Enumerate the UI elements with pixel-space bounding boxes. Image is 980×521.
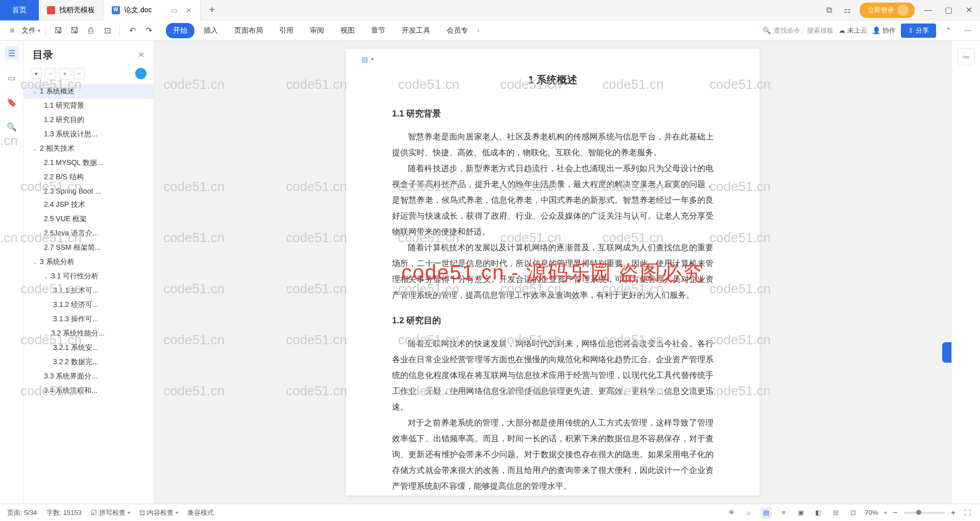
view-page-icon[interactable]: ▤ [761, 507, 772, 518]
share-button[interactable]: ⇪分享 [901, 23, 936, 38]
paragraph: 随着互联网技术的快速发展，网络时代的到来，网络信息也将会改变当今社会。各行各业在… [392, 336, 714, 415]
scan-icon: ⊡ [139, 509, 145, 516]
menu-start[interactable]: 开始 [166, 23, 194, 38]
outline-item[interactable]: 2.3 Spring Boot ... [23, 184, 154, 198]
outline-item[interactable]: 2.2 B/S 结构 [23, 170, 154, 184]
outline-list[interactable]: ⌄1 系统概述1.1 研究背景1.2 研究目的1.3 系统设计思...⌄2 相关… [23, 84, 154, 504]
minimize-button[interactable]: — [921, 3, 935, 17]
outline-item[interactable]: 3.1.2 经济可... [23, 298, 154, 312]
outline-label: 3.2.2 数据完... [53, 358, 99, 367]
menu-devtools[interactable]: 开发工具 [395, 23, 437, 38]
outline-item[interactable]: 3.3 系统界面分... [23, 369, 154, 384]
tab-template[interactable]: 找稻壳模板 [39, 0, 104, 20]
collapse-ribbon-icon[interactable]: ⌃ [941, 23, 955, 38]
feedback-tab[interactable] [942, 342, 951, 363]
word-count[interactable]: 字数: 15153 [46, 508, 82, 517]
sun-icon[interactable]: ☼ [743, 507, 754, 518]
outline-item[interactable]: 3.2.2 数据完... [23, 355, 154, 369]
save-as-icon[interactable]: 🖫 [67, 23, 82, 38]
apps-icon[interactable]: ⚏ [841, 4, 853, 16]
outline-label: 2.3 Spring Boot ... [44, 187, 101, 195]
outline-item[interactable]: 3.4 系统流程和... [23, 384, 154, 398]
maximize-button[interactable]: ▢ [941, 3, 955, 17]
outline-item[interactable]: 3.1.3 操作可... [23, 312, 154, 326]
zoom-value[interactable]: 70% [865, 509, 878, 516]
remove-button[interactable]: − [74, 68, 85, 79]
layout-icon[interactable]: ⧉ [823, 4, 835, 16]
zoom-slider[interactable] [904, 512, 945, 514]
menu-review[interactable]: 审阅 [303, 23, 331, 38]
close-button[interactable]: ✕ [962, 3, 976, 17]
outline-item[interactable]: 2.6Java 语言介... [23, 226, 154, 241]
menu-chapter[interactable]: 章节 [364, 23, 393, 38]
page-indicator[interactable]: ▤▾ [361, 52, 374, 66]
collab-button[interactable]: 👤协作 [872, 26, 896, 35]
outline-icon[interactable]: ☰ [5, 46, 19, 60]
ruler-icon[interactable]: ⊟ [830, 507, 841, 518]
content-check-button[interactable]: ⊡内容检查▾ [139, 508, 178, 517]
add-button[interactable]: + [59, 68, 70, 79]
view-read-icon[interactable]: ▣ [795, 507, 806, 518]
assist-icon[interactable] [135, 68, 146, 79]
tab-document[interactable]: 论文.doc▭✕ [104, 0, 201, 20]
outline-label: 2.7 SSM 框架简... [44, 243, 101, 252]
outline-item[interactable]: ⌄1 系统概述 [23, 84, 154, 99]
outline-item[interactable]: ⌄3 系统分析 [23, 255, 154, 269]
eye-icon[interactable]: 👁 [726, 507, 737, 518]
check-icon: ☑ [91, 509, 97, 516]
menu-member[interactable]: 会员专 [439, 23, 475, 38]
menu-view[interactable]: 视图 [333, 23, 362, 38]
more-icon[interactable]: ⋯ [961, 23, 975, 38]
outline-item[interactable]: 2.4 JSP 技术 [23, 198, 154, 212]
search-input[interactable]: 🔍查找命令、搜索模板 [763, 26, 834, 35]
document-area[interactable]: ▤▾ 1 系统概述 1.1 研究背景 智慧养老是面向居家老人、社区及养老机构的传… [154, 41, 951, 504]
close-icon[interactable]: ✕ [138, 50, 144, 60]
compat-mode[interactable]: 兼容模式 [187, 508, 214, 517]
outline-item[interactable]: 1.2 研究目的 [23, 113, 154, 127]
zoom-out-button[interactable]: − [893, 508, 897, 517]
zoom-in-button[interactable]: + [951, 508, 955, 517]
zoom-fit-icon[interactable]: ⊡ [847, 507, 859, 518]
search-placeholder: 查找命令、搜索模板 [774, 26, 834, 35]
menu-insert[interactable]: 插入 [197, 23, 225, 38]
outline-item[interactable]: 1.3 系统设计思... [23, 127, 154, 141]
outline-item[interactable]: ⌄3.1 可行性分析 [23, 269, 154, 283]
expand-button[interactable]: ▫ [45, 68, 56, 79]
view-outline-icon[interactable]: ≡ [778, 507, 789, 518]
tab-home[interactable]: 首页 [0, 0, 39, 20]
view-web-icon[interactable]: ◧ [813, 507, 824, 518]
undo-icon[interactable]: ↶ [125, 23, 139, 38]
login-button[interactable]: 立即登录 [860, 3, 915, 18]
preview-icon[interactable]: ⊡ [100, 23, 114, 38]
menu-pagelayout[interactable]: 页面布局 [227, 23, 270, 38]
outline-item[interactable]: 2.7 SSM 框架简... [23, 241, 154, 255]
menu-icon[interactable]: ≡ [5, 23, 19, 38]
add-tab-button[interactable]: + [201, 4, 223, 16]
spellcheck-button[interactable]: ☑拼写检查▾ [91, 508, 130, 517]
outline-item[interactable]: ⌄3.2 系统性能分... [23, 326, 154, 341]
outline-item[interactable]: 2.5 VUE 框架 [23, 212, 154, 226]
bookmark-icon[interactable]: 🔖 [5, 95, 19, 109]
redo-icon[interactable]: ↷ [141, 23, 156, 38]
print-icon[interactable]: ⎙ [84, 23, 98, 38]
collapse-all-button[interactable]: ▾ [31, 68, 42, 79]
save-icon[interactable]: 🖫 [51, 23, 65, 38]
screen-icon[interactable]: ▭ [171, 6, 178, 14]
menu-references[interactable]: 引用 [272, 23, 301, 38]
fullscreen-icon[interactable]: ⛶ [962, 507, 973, 518]
outline-item[interactable]: ⌄2 相关技术 [23, 141, 154, 156]
page-count[interactable]: 页面: 5/34 [7, 508, 37, 517]
find-icon[interactable]: 🔍 [5, 120, 19, 134]
outline-item[interactable]: 1.1 研究背景 [23, 99, 154, 113]
marker-icon[interactable]: ▭ [5, 70, 19, 85]
cloud-status[interactable]: ☁未上云 [839, 26, 867, 35]
user-icon: 👤 [872, 27, 880, 34]
outline-item[interactable]: 3.2.1 系统安... [23, 341, 154, 355]
close-icon[interactable]: ✕ [186, 6, 192, 14]
outline-item[interactable]: 2.1 MYSQL 数据... [23, 156, 154, 170]
avatar-icon [897, 5, 909, 16]
paragraph: 对于之前养老系统的管理，大部分都是使用传统的人工方式去管理，这样导致了管理效率低… [392, 415, 714, 494]
outline-item[interactable]: 3.1.1 技术可... [23, 283, 154, 298]
panel-toggle-icon[interactable]: ≔ [958, 48, 975, 65]
file-menu[interactable]: 文件 [21, 26, 36, 35]
